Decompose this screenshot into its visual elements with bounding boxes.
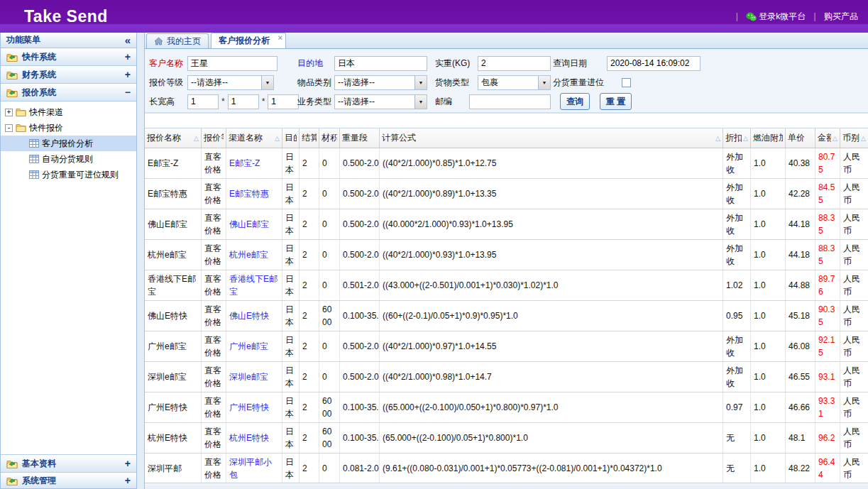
sidebar-section-2[interactable]: 报价系统− bbox=[1, 84, 136, 101]
channel-link[interactable]: 佛山E邮宝 bbox=[229, 218, 269, 231]
query-date-input[interactable] bbox=[607, 56, 701, 71]
folder-arrow-icon bbox=[6, 88, 18, 97]
channel-link[interactable]: E邮宝-Z bbox=[229, 157, 260, 170]
table-row[interactable]: E邮宝-Z直客价格E邮宝-Z日本200.500-2.000((40*2/1.00… bbox=[145, 148, 868, 179]
sort-icon[interactable]: △ bbox=[831, 135, 837, 142]
table-row[interactable]: 佛山E邮宝直客价格佛山E邮宝日本200.500-2.000((40.000*2/… bbox=[145, 209, 868, 240]
sidebar-section-0[interactable]: 快件系统+ bbox=[1, 48, 136, 66]
channel-link[interactable]: 深圳e邮宝 bbox=[229, 370, 268, 383]
column-header-10[interactable]: 单价 bbox=[786, 128, 815, 148]
column-header-11[interactable]: 金额△ bbox=[815, 128, 840, 148]
expand-toggle-icon[interactable]: + bbox=[125, 458, 131, 469]
tab-customer-quote-analysis[interactable]: 客户报价分析 × bbox=[211, 33, 286, 48]
column-header-1[interactable]: 报价等级 bbox=[202, 128, 226, 148]
close-tab-icon[interactable]: × bbox=[278, 34, 282, 42]
sidebar-splitter[interactable] bbox=[137, 33, 144, 489]
chevron-down-icon[interactable]: ▼ bbox=[414, 95, 427, 109]
channel-link[interactable]: 广州E特快 bbox=[229, 401, 269, 414]
column-header-7[interactable]: 计算公式△ bbox=[380, 128, 723, 148]
table-cell: 40.38 bbox=[786, 148, 815, 178]
channel-link[interactable]: 广州e邮宝 bbox=[229, 340, 268, 353]
expand-toggle-icon[interactable]: + bbox=[125, 69, 131, 80]
column-header-label: 目的地 bbox=[285, 132, 297, 144]
reset-button[interactable]: 重 置 bbox=[600, 93, 632, 110]
table-row[interactable]: 深圳e邮宝直客价格深圳e邮宝日本200.500-2.000((40*2/1.00… bbox=[145, 362, 868, 392]
item-category-select[interactable]: --请选择-- ▼ bbox=[334, 75, 427, 90]
cargo-type-select[interactable]: 包裹 ▼ bbox=[478, 75, 551, 90]
channel-link[interactable]: 深圳平邮小包 bbox=[229, 456, 279, 481]
channel-link[interactable]: E邮宝特惠 bbox=[229, 187, 269, 200]
tree-item-分货重量可进位规则[interactable]: 分货重量可进位规则 bbox=[1, 167, 136, 182]
column-header-2[interactable]: 渠道名称△ bbox=[226, 128, 282, 148]
expand-toggle-icon[interactable]: + bbox=[125, 475, 131, 486]
business-type-select[interactable]: --请选择-- ▼ bbox=[334, 94, 427, 109]
actual-weight-input[interactable] bbox=[478, 56, 551, 71]
expand-toggle-icon[interactable]: − bbox=[125, 87, 131, 98]
sidebar-section-bottom-0[interactable]: 基本资料+ bbox=[1, 455, 136, 473]
zipcode-input[interactable] bbox=[469, 94, 551, 109]
table-row[interactable]: 香港线下E邮宝直客价格香港线下E邮宝日本200.501-2.000((43.00… bbox=[145, 270, 868, 301]
table-cell: 直客价格 bbox=[202, 392, 226, 422]
horizontal-scrollbar[interactable] bbox=[145, 483, 868, 489]
tree-item-客户报价分析[interactable]: 客户报价分析 bbox=[1, 136, 136, 151]
amount-value: 88.35 bbox=[818, 211, 837, 237]
expand-toggle-icon[interactable]: + bbox=[125, 51, 131, 62]
table-cell: ((40*2/1.000)*0.89)*1.0+13.35 bbox=[380, 179, 723, 209]
destination-input[interactable] bbox=[334, 56, 427, 71]
tree-expander-icon[interactable]: + bbox=[5, 109, 13, 116]
accordion-label: 报价系统 bbox=[22, 87, 121, 99]
collapse-sidebar-icon[interactable]: « bbox=[125, 35, 131, 45]
table-row[interactable]: 广州E特快直客价格广州E特快日本260000.100-35.000((65.00… bbox=[145, 392, 868, 423]
table-row[interactable]: E邮宝特惠直客价格E邮宝特惠日本200.500-2.000((40*2/1.00… bbox=[145, 179, 868, 209]
tab-my-homepage[interactable]: 我的主页 bbox=[146, 33, 209, 48]
column-header-5[interactable]: 材积基 bbox=[319, 128, 340, 148]
width-input[interactable] bbox=[228, 94, 259, 109]
split-weight-carry-checkbox[interactable] bbox=[622, 78, 631, 87]
search-button[interactable]: 查询 bbox=[560, 93, 590, 110]
column-header-6[interactable]: 重量段 bbox=[340, 128, 380, 148]
table-row[interactable]: 广州e邮宝直客价格广州e邮宝日本200.500-2.000((40*2/1.00… bbox=[145, 331, 868, 362]
channel-link[interactable]: 佛山E特快 bbox=[229, 309, 269, 322]
channel-link[interactable]: 杭州E特快 bbox=[229, 432, 269, 444]
table-row[interactable]: 佛山E特快直客价格佛山E特快日本260000.100-35.000((60+((… bbox=[145, 301, 868, 331]
customer-name-input[interactable] bbox=[187, 56, 278, 71]
buy-product-link[interactable]: 购买产品 bbox=[824, 11, 858, 23]
sidebar-section-bottom-1[interactable]: 系统管理+ bbox=[1, 473, 136, 488]
table-row[interactable]: 杭州E特快直客价格杭州E特快日本260000.100-35.000(65.000… bbox=[145, 423, 868, 454]
tree-item-自动分货规则[interactable]: 自动分货规则 bbox=[1, 151, 136, 167]
table-cell: 2 bbox=[300, 331, 319, 361]
column-header-3[interactable]: 目的地 bbox=[282, 128, 300, 148]
chevron-down-icon[interactable]: ▼ bbox=[414, 76, 427, 89]
channel-link[interactable]: 香港线下E邮宝 bbox=[229, 273, 279, 298]
column-header-4[interactable]: 结算重 bbox=[300, 128, 319, 148]
column-header-8[interactable]: 折扣△ bbox=[723, 128, 751, 148]
height-input[interactable] bbox=[268, 94, 299, 109]
table-row[interactable]: 杭州e邮宝直客价格杭州e邮宝日本200.500-2.000((40*2/1.00… bbox=[145, 240, 868, 270]
column-header-0[interactable]: 报价名称△ bbox=[145, 128, 202, 148]
table-cell: 96.2 bbox=[815, 423, 840, 453]
channel-link[interactable]: 杭州e邮宝 bbox=[229, 248, 268, 261]
table-row[interactable]: 深圳平邮直客价格深圳平邮小包日本200.081-2.000(9.61+((0.0… bbox=[145, 454, 868, 484]
sidebar-section-1[interactable]: 财务系统+ bbox=[1, 66, 136, 84]
login-wechat-link[interactable]: 登录k微平台 bbox=[746, 11, 806, 23]
column-header-12[interactable]: 币别△ bbox=[840, 128, 868, 148]
chevron-down-icon[interactable]: ▼ bbox=[261, 76, 273, 89]
sort-icon[interactable]: △ bbox=[859, 135, 866, 142]
chevron-down-icon[interactable]: ▼ bbox=[538, 76, 550, 89]
column-header-9[interactable]: 燃油附加 bbox=[751, 128, 786, 148]
quote-grade-select[interactable]: --请选择-- ▼ bbox=[187, 75, 274, 90]
tree-expander-icon[interactable]: - bbox=[5, 124, 13, 132]
sort-icon[interactable]: △ bbox=[742, 135, 748, 142]
sort-icon[interactable]: △ bbox=[714, 135, 720, 142]
column-header-label: 单价 bbox=[788, 132, 805, 144]
table-cell: 0.500-2.000 bbox=[340, 148, 380, 178]
sort-icon[interactable]: △ bbox=[273, 135, 280, 142]
length-input[interactable] bbox=[187, 94, 219, 109]
folder-icon bbox=[16, 108, 26, 116]
tree-item-快件渠道[interactable]: +快件渠道 bbox=[1, 104, 136, 120]
table-cell: 日本 bbox=[282, 392, 300, 422]
sidebar-accordion-bottom: 基本资料+系统管理+ bbox=[1, 454, 136, 488]
tree-item-快件报价[interactable]: -快件报价 bbox=[1, 120, 136, 136]
sort-icon[interactable]: △ bbox=[192, 135, 199, 142]
table-cell: 0 bbox=[319, 148, 340, 178]
